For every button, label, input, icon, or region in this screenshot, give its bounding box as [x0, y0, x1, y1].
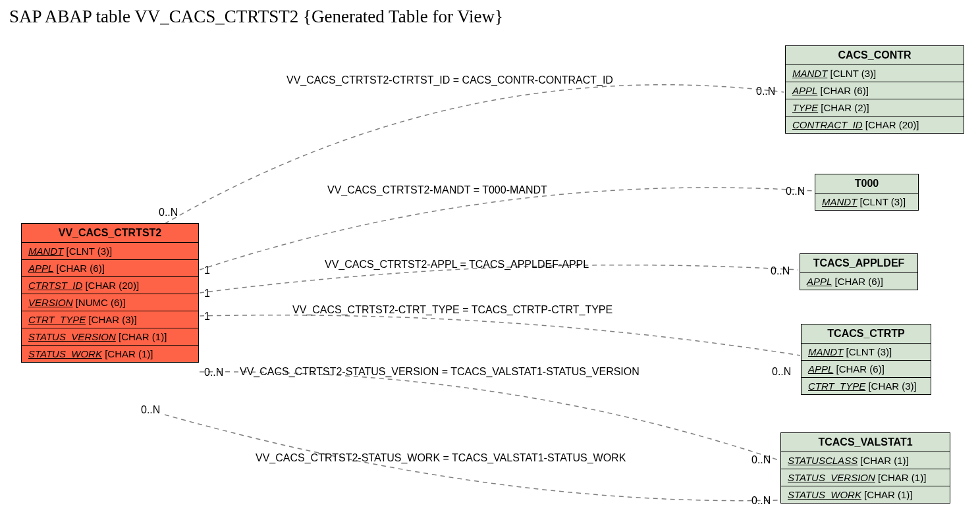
entity-field: CTRTST_ID [CHAR (20)]	[22, 277, 198, 294]
edge-label: VV_CACS_CTRTST2-STATUS_WORK = TCACS_VALS…	[256, 452, 626, 464]
entity-header: TCACS_CTRTP	[802, 324, 931, 344]
entity-field: MANDT [CLNT (3)]	[802, 344, 931, 361]
cardinality: 0..N	[141, 404, 160, 416]
entity-header: CACS_CONTR	[786, 46, 964, 65]
cardinality: 1	[204, 265, 210, 276]
cardinality: 1	[204, 288, 210, 299]
entity-tcacs-valstat1: TCACS_VALSTAT1 STATUSCLASS [CHAR (1)] ST…	[780, 432, 950, 504]
entity-field: STATUS_WORK [CHAR (1)]	[22, 346, 198, 362]
entity-t000: T000 MANDT [CLNT (3)]	[815, 174, 919, 211]
cardinality: 0..N	[771, 265, 790, 277]
entity-field: VERSION [NUMC (6)]	[22, 294, 198, 311]
page-title: SAP ABAP table VV_CACS_CTRTST2 {Generate…	[9, 7, 503, 27]
entity-field: MANDT [CLNT (3)]	[786, 65, 964, 82]
entity-field: STATUS_WORK [CHAR (1)]	[781, 486, 950, 503]
entity-field: STATUSCLASS [CHAR (1)]	[781, 452, 950, 469]
cardinality: 0..N	[159, 207, 178, 219]
entity-cacs-contr: CACS_CONTR MANDT [CLNT (3)] APPL [CHAR (…	[785, 45, 964, 134]
cardinality: 0..N	[772, 366, 791, 378]
entity-header: TCACS_VALSTAT1	[781, 433, 950, 452]
cardinality: 0..N	[756, 86, 775, 97]
entity-field: STATUS_VERSION [CHAR (1)]	[22, 328, 198, 346]
entity-field: MANDT [CLNT (3)]	[22, 243, 198, 260]
entity-header: TCACS_APPLDEF	[800, 254, 917, 273]
entity-field: TYPE [CHAR (2)]	[786, 99, 964, 117]
entity-field: MANDT [CLNT (3)]	[815, 194, 918, 210]
edge-label: VV_CACS_CTRTST2-APPL = TCACS_APPLDEF-APP…	[325, 259, 589, 271]
entity-tcacs-ctrtp: TCACS_CTRTP MANDT [CLNT (3)] APPL [CHAR …	[801, 324, 931, 395]
edge-label: VV_CACS_CTRTST2-CTRT_TYPE = TCACS_CTRTP-…	[292, 304, 612, 316]
entity-tcacs-appldef: TCACS_APPLDEF APPL [CHAR (6)]	[800, 253, 918, 290]
entity-field: CTRT_TYPE [CHAR (3)]	[802, 378, 931, 394]
edge-label: VV_CACS_CTRTST2-MANDT = T000-MANDT	[327, 184, 547, 196]
entity-field: APPL [CHAR (6)]	[22, 260, 198, 277]
edge-label: VV_CACS_CTRTST2-STATUS_VERSION = TCACS_V…	[240, 366, 640, 378]
cardinality: 0..N	[751, 495, 771, 507]
entity-field: STATUS_VERSION [CHAR (1)]	[781, 469, 950, 486]
entity-field: APPL [CHAR (6)]	[800, 273, 917, 290]
entity-vv-cacs-ctrtst2: VV_CACS_CTRTST2 MANDT [CLNT (3)] APPL [C…	[21, 223, 199, 363]
entity-field: CTRT_TYPE [CHAR (3)]	[22, 311, 198, 328]
edge-label: VV_CACS_CTRTST2-CTRTST_ID = CACS_CONTR-C…	[286, 74, 613, 86]
entity-field: APPL [CHAR (6)]	[802, 361, 931, 378]
cardinality: 0..N	[751, 454, 771, 466]
cardinality: 1	[204, 311, 210, 323]
entity-header: T000	[815, 174, 918, 194]
entity-field: APPL [CHAR (6)]	[786, 82, 964, 99]
cardinality: 0..N	[204, 367, 223, 378]
entity-header: VV_CACS_CTRTST2	[22, 224, 198, 243]
entity-field: CONTRACT_ID [CHAR (20)]	[786, 117, 964, 133]
cardinality: 0..N	[786, 186, 805, 197]
